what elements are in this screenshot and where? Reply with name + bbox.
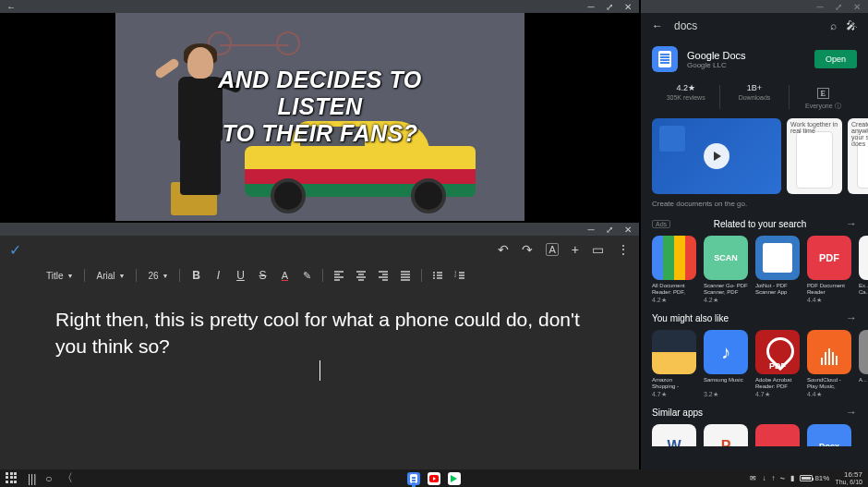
video-content[interactable]: AND DECIDES TO LISTEN TO THEIR FANS? <box>115 13 524 221</box>
align-center-button[interactable] <box>353 267 369 284</box>
docs-window: ─ ⤢ ✕ ✓ ↶ ↷ A + ▭ ⋮ Title▼ Arial▼ 26▼ B … <box>0 223 639 469</box>
svg-point-1 <box>433 274 435 276</box>
app-card[interactable]: PDF PDF Document Reader 4.4★ <box>807 236 851 304</box>
app-card[interactable]: SCAN Scanner Go- PDF Scanner, PDF Cre...… <box>704 236 748 304</box>
voice-search-icon[interactable]: 🎤︎ <box>846 19 857 32</box>
dock-playstore-icon[interactable] <box>448 472 461 485</box>
video-titlebar: ← ─ ⤢ ✕ <box>0 0 639 13</box>
minimize-icon[interactable]: ─ <box>814 1 826 12</box>
back-icon[interactable]: ← <box>6 1 17 12</box>
recents-icon[interactable]: ||| <box>28 472 36 485</box>
redo-icon[interactable]: ↷ <box>522 242 533 257</box>
chevron-right-icon[interactable]: → <box>846 406 857 419</box>
close-icon[interactable]: ✕ <box>622 1 633 12</box>
minimize-icon[interactable]: ─ <box>585 1 597 12</box>
app-card[interactable] <box>755 424 800 446</box>
app-vendor: Google LLC <box>687 61 805 69</box>
app-name: Google Docs <box>687 50 805 61</box>
bullet-list-button[interactable] <box>429 267 446 284</box>
app-card[interactable]: A... <box>859 330 868 398</box>
docs-editor[interactable]: Right then, this is pretty cool for what… <box>0 287 639 469</box>
app-card[interactable]: P <box>704 424 748 446</box>
svg-point-0 <box>433 272 435 274</box>
battery-status: 81% <box>800 474 829 482</box>
highlight-button[interactable]: ✎ <box>298 267 315 284</box>
done-icon[interactable]: ✓ <box>9 241 21 259</box>
net-up-icon: ↑ <box>771 474 775 482</box>
more-icon[interactable]: ⋮ <box>617 242 630 257</box>
search-input[interactable] <box>674 19 819 32</box>
maximize-icon[interactable]: ⤢ <box>604 1 615 12</box>
like-apps-row[interactable]: Amazon Shopping - Search, Find, Shi... 4… <box>641 330 868 398</box>
google-docs-icon <box>652 46 678 72</box>
bold-button[interactable]: B <box>187 267 204 284</box>
close-icon[interactable]: ✕ <box>851 1 862 12</box>
maximize-icon[interactable]: ⤢ <box>833 1 844 12</box>
similar-section-head[interactable]: Similar apps → <box>641 398 868 424</box>
undo-icon[interactable]: ↶ <box>498 242 509 257</box>
wifi-icon: ⏦ <box>780 474 785 482</box>
docs-toolbar: Title▼ Arial▼ 26▼ B I U S A ✎ 12 <box>0 263 639 287</box>
font-select[interactable]: Arial▼ <box>92 269 128 283</box>
like-section-head[interactable]: You might also like → <box>641 304 868 330</box>
app-card[interactable]: Ex... Ca... <box>859 236 868 304</box>
play-store-window: ─ ⤢ ✕ ← ⌕ 🎤︎ Google Docs Google LLC Open… <box>641 0 868 469</box>
store-titlebar: ─ ⤢ ✕ <box>641 0 868 13</box>
docs-titlebar: ─ ⤢ ✕ <box>0 223 639 236</box>
related-apps-row[interactable]: All Document Reader: PDF, excel... 4.2★ … <box>641 236 868 304</box>
text-color-button[interactable]: A <box>276 267 293 284</box>
align-right-button[interactable] <box>375 267 392 284</box>
align-left-button[interactable] <box>331 267 347 284</box>
home-icon[interactable]: ○ <box>45 472 52 485</box>
related-section-head[interactable]: Ads Related to your search → <box>641 210 868 236</box>
screenshot-2[interactable]: Create anywhere with your schedule does <box>848 118 868 194</box>
store-search-bar: ← ⌕ 🎤︎ <box>641 13 868 39</box>
notification-icon[interactable]: ✉ <box>750 474 756 482</box>
screenshot-1[interactable]: Work together in real time <box>787 118 842 194</box>
video-caption: AND DECIDES TO LISTEN TO THEIR FANS? <box>115 67 524 146</box>
play-icon[interactable] <box>704 143 729 169</box>
screenshot-video[interactable] <box>652 118 781 194</box>
number-list-button[interactable]: 12 <box>452 267 468 284</box>
minimize-icon[interactable]: ─ <box>585 224 597 235</box>
back-icon[interactable]: ← <box>652 19 663 32</box>
net-down-icon: ↓ <box>762 474 766 482</box>
document-text[interactable]: Right then, this is pretty cool for what… <box>55 306 584 360</box>
app-card[interactable]: Amazon Shopping - Search, Find, Shi... 4… <box>652 330 696 398</box>
svg-text:2: 2 <box>454 274 457 278</box>
app-card[interactable]: All Document Reader: PDF, excel... 4.2★ <box>652 236 696 304</box>
chevron-right-icon[interactable]: → <box>846 311 857 324</box>
app-card[interactable]: ♪ Samsung Music 3.2★ <box>704 330 748 398</box>
search-icon[interactable]: ⌕ <box>830 19 837 32</box>
maximize-icon[interactable]: ⤢ <box>604 224 615 235</box>
screenshot-carousel[interactable]: Work together in real time Create anywhe… <box>641 118 868 194</box>
open-button[interactable]: Open <box>814 50 857 68</box>
chevron-right-icon[interactable]: → <box>846 217 857 230</box>
dock-docs-icon[interactable] <box>407 472 420 485</box>
video-player-window: ← ─ ⤢ ✕ <box>0 0 639 221</box>
similar-apps-row[interactable]: W P Docx <box>641 424 868 446</box>
underline-button[interactable]: U <box>232 267 248 284</box>
main-app-header[interactable]: Google Docs Google LLC Open <box>641 39 868 79</box>
app-card[interactable]: JotNot - PDF Scanner App <box>755 236 800 304</box>
apps-grid-icon[interactable] <box>6 472 18 485</box>
align-justify-button[interactable] <box>397 267 414 284</box>
app-card[interactable]: PDF Adobe Acrobat Reader: PDF View... 4.… <box>755 330 800 398</box>
text-format-icon[interactable]: A <box>546 243 558 256</box>
app-card[interactable]: SoundCloud - Play Music, Podcasts &... 4… <box>807 330 851 398</box>
taskbar: ||| ○ 〈 ✉ ↓ ↑ ⏦ ▮ 81% 16:57 Thu, 6/10 <box>0 469 868 487</box>
insert-icon[interactable]: + <box>572 242 579 257</box>
back-nav-icon[interactable]: 〈 <box>62 470 73 486</box>
text-cursor <box>319 360 320 381</box>
comment-icon[interactable]: ▭ <box>592 242 604 257</box>
dock-youtube-icon[interactable] <box>428 472 440 485</box>
strikethrough-button[interactable]: S <box>254 267 271 284</box>
app-card[interactable]: W <box>652 424 696 446</box>
italic-button[interactable]: I <box>210 267 226 284</box>
size-select[interactable]: 26▼ <box>144 269 172 283</box>
close-icon[interactable]: ✕ <box>622 224 633 235</box>
app-card[interactable]: Docx <box>807 424 851 446</box>
signal-icon: ▮ <box>790 474 794 482</box>
clock[interactable]: 16:57 Thu, 6/10 <box>835 471 862 485</box>
style-select[interactable]: Title▼ <box>42 269 77 283</box>
